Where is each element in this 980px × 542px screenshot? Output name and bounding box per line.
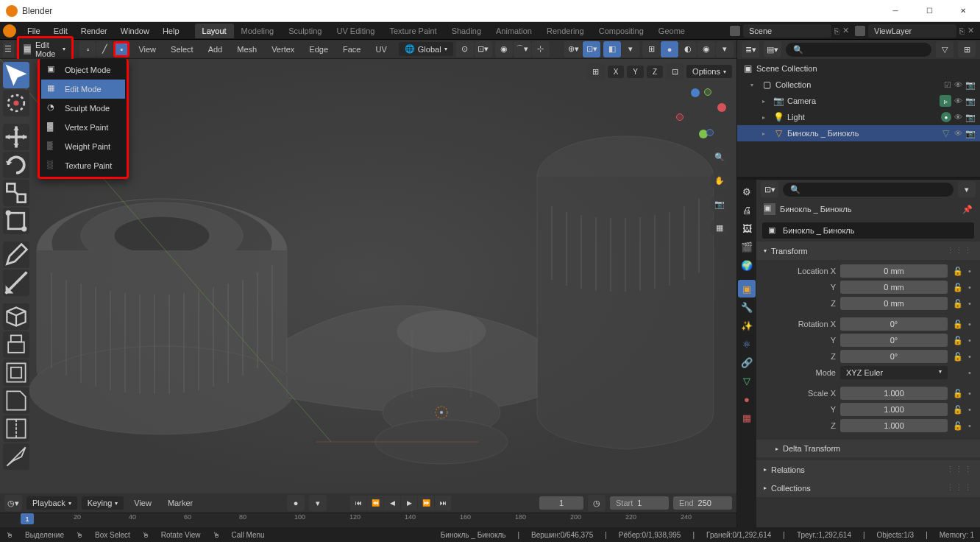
delta-transform-header[interactable]: ▸ Delta Transform	[756, 440, 980, 457]
tool-bevel[interactable]	[3, 387, 29, 414]
camera-view-icon[interactable]: 📷	[710, 194, 729, 214]
frame-range-icon[interactable]: ◷	[588, 495, 606, 511]
tab-output[interactable]: 🖨	[738, 201, 756, 219]
tree-light[interactable]: ▸ 💡 Light ● 👁📷	[737, 109, 980, 125]
tool-inset[interactable]	[3, 359, 29, 386]
jump-start-icon[interactable]: ⏮	[350, 496, 366, 510]
gizmo-x-axis[interactable]	[717, 103, 726, 112]
xray-options-icon[interactable]: ▾	[622, 41, 639, 57]
outliner-editor-icon[interactable]: ≣▾	[742, 41, 759, 57]
properties-options-icon[interactable]: ▾	[958, 181, 976, 197]
properties-editor-icon[interactable]: ⊡▾	[761, 181, 778, 197]
maximize-button[interactable]: ☐	[912, 0, 946, 22]
tool-annotate[interactable]	[3, 242, 29, 268]
menu-vertex[interactable]: Vertex	[266, 45, 300, 54]
expand-arrow-icon[interactable]: ▸	[762, 98, 770, 105]
perspective-icon[interactable]: ▦	[710, 218, 729, 237]
snap-options-icon[interactable]: ⊡▾	[475, 41, 492, 57]
minimize-button[interactable]: ─	[878, 0, 912, 22]
tab-material[interactable]: ●	[738, 390, 756, 408]
blender-icon[interactable]	[3, 24, 16, 38]
tool-extrude[interactable]	[3, 331, 29, 358]
gizmo-z-axis[interactable]	[691, 88, 700, 97]
tab-rendering[interactable]: Rendering	[539, 24, 592, 38]
scene-new-icon[interactable]: ⎘	[834, 27, 839, 35]
tab-render[interactable]: ⚙	[738, 183, 756, 200]
tool-loop-cut[interactable]	[3, 415, 29, 442]
mode-option-sculpt[interactable]: ◔ Sculpt Mode	[41, 99, 125, 118]
axis-x-button[interactable]: X	[608, 66, 625, 78]
scale-y-input[interactable]: 1.000	[840, 403, 948, 416]
tab-physics[interactable]: ⚛	[738, 335, 756, 353]
tab-sculpting[interactable]: Sculpting	[281, 24, 329, 38]
shading-solid-icon[interactable]: ●	[661, 41, 678, 57]
close-button[interactable]: ✕	[946, 0, 980, 22]
mesh-select-mode-icon[interactable]: ⊞	[587, 63, 605, 80]
viewlayer-name-input[interactable]: ViewLayer	[868, 24, 956, 38]
viewlayer-close-icon[interactable]: ✕	[967, 26, 974, 35]
relations-section-header[interactable]: ▸ Relations ⋮⋮⋮	[756, 460, 980, 479]
tool-move[interactable]	[3, 124, 29, 150]
scene-name-input[interactable]: Scene	[743, 24, 831, 38]
eye-icon[interactable]: 👁	[954, 129, 962, 138]
rotation-y-input[interactable]: 0°	[840, 334, 948, 347]
lock-icon[interactable]: 🔓	[952, 352, 964, 362]
mode-option-weight-paint[interactable]: ▒ Weight Paint	[41, 137, 125, 156]
editor-type-icon[interactable]: ☰	[3, 41, 14, 57]
lock-icon[interactable]: 🔓	[952, 283, 964, 292]
expand-arrow-icon[interactable]: ▸	[762, 114, 770, 121]
timeline-ruler[interactable]: 1 20 40 60 80 100 120 140 160 180 200 22…	[0, 513, 736, 527]
new-collection-icon[interactable]: ⊞	[958, 41, 976, 57]
proportional-edit-icon[interactable]: ◉	[495, 41, 513, 57]
location-z-input[interactable]: 0 mm	[840, 297, 948, 310]
render-icon[interactable]: 📷	[965, 80, 976, 90]
autokey-dropdown-icon[interactable]: ▾	[309, 495, 327, 511]
shading-matprev-icon[interactable]: ◐	[679, 41, 697, 57]
mode-option-object[interactable]: ▣ Object Mode	[41, 60, 125, 80]
menu-uv[interactable]: UV	[370, 45, 393, 54]
timeline-cursor[interactable]: 1	[21, 513, 34, 524]
rotation-mode-dropdown[interactable]: XYZ Euler▾	[840, 366, 948, 379]
tab-object[interactable]: ▣	[738, 280, 756, 298]
menu-edit[interactable]: Edit	[47, 27, 74, 35]
tab-texture-paint[interactable]: Texture Paint	[382, 24, 444, 38]
tab-geometry[interactable]: Geome	[651, 24, 692, 38]
display-mode-icon[interactable]: ▤▾	[764, 41, 781, 57]
menu-select[interactable]: Select	[165, 45, 199, 54]
axis-y-button[interactable]: Y	[627, 66, 644, 78]
prev-key-icon[interactable]: ⏪	[367, 496, 383, 510]
menu-view[interactable]: View	[132, 45, 162, 54]
next-key-icon[interactable]: ⏩	[418, 496, 434, 510]
autokey-icon[interactable]: ●	[287, 495, 305, 511]
xray-toggle-icon[interactable]: ◧	[603, 41, 621, 57]
lock-icon[interactable]: 🔓	[952, 389, 964, 398]
zoom-icon[interactable]: 🔍	[710, 147, 729, 166]
menu-edge[interactable]: Edge	[303, 45, 334, 54]
menu-mesh[interactable]: Mesh	[231, 45, 263, 54]
filter-icon[interactable]: ▽	[936, 41, 954, 57]
render-icon[interactable]: 📷	[965, 129, 976, 138]
menu-help[interactable]: Help	[156, 27, 186, 35]
playback-menu[interactable]: Playback▾	[26, 496, 77, 510]
tab-modeling[interactable]: Modeling	[234, 24, 282, 38]
expand-arrow-icon[interactable]: ▸	[762, 130, 770, 137]
tab-compositing[interactable]: Compositing	[592, 24, 651, 38]
mode-option-vertex-paint[interactable]: ▓ Vertex Paint	[41, 118, 125, 137]
transform-section-header[interactable]: ▾ Transform ⋮⋮⋮	[756, 242, 980, 260]
scene-close-icon[interactable]: ✕	[842, 26, 849, 35]
drag-handle-icon[interactable]: ⋮⋮⋮	[946, 465, 973, 474]
lock-icon[interactable]: 🔓	[952, 336, 964, 345]
tool-knife[interactable]	[3, 443, 29, 470]
proportional-connected-icon[interactable]: ⊹	[532, 41, 550, 57]
edge-select-icon[interactable]: ╱	[96, 41, 113, 57]
mirror-options-icon[interactable]: ⊡	[666, 63, 683, 80]
vertex-select-icon[interactable]: ▫	[79, 41, 96, 57]
viewlayer-new-icon[interactable]: ⎘	[959, 27, 965, 35]
keying-menu[interactable]: Keying▾	[82, 496, 124, 510]
collections-section-header[interactable]: ▸ Collections ⋮⋮⋮	[756, 479, 980, 497]
object-name-input[interactable]: ▣ Бинокль _ Бинокль	[762, 222, 974, 239]
render-icon[interactable]: 📷	[965, 96, 976, 106]
gizmo-neg-y-axis[interactable]	[704, 88, 711, 96]
render-icon[interactable]: 📷	[965, 113, 976, 122]
options-dropdown[interactable]: Options ▾	[686, 65, 732, 78]
